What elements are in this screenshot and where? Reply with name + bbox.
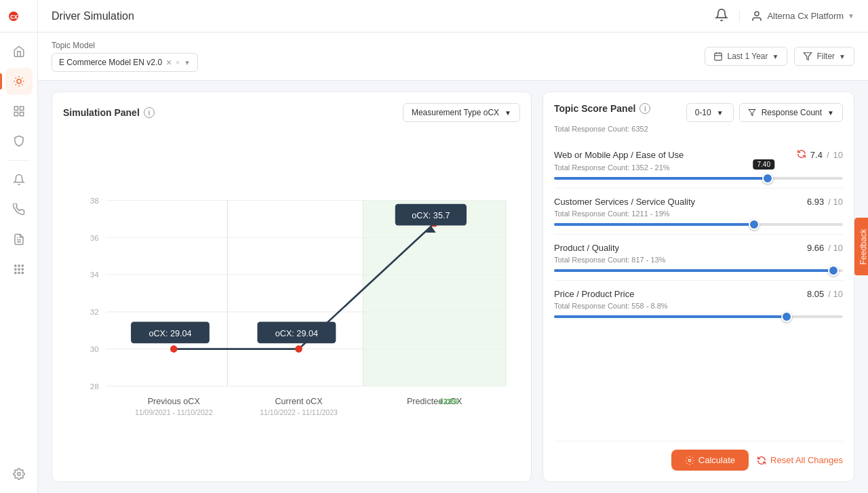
score-panel: Topic Score Panel i 0-10 ▼ Response Coun…	[542, 92, 854, 482]
simulation-panel: Simulation Panel i Measurement Type oCX …	[52, 92, 532, 482]
slider-thumb-2[interactable]	[828, 265, 839, 276]
sidebar-item-analytics[interactable]	[5, 68, 33, 95]
svg-rect-3	[14, 106, 18, 110]
svg-text:+23%: +23%	[439, 397, 459, 406]
main-content: Driver Simulation Alterna Cx Platform ▼ …	[38, 0, 868, 493]
content-area: Simulation Panel i Measurement Type oCX …	[38, 81, 868, 493]
calculate-button[interactable]: Calculate	[671, 450, 749, 471]
score-panel-header: Topic Score Panel i 0-10 ▼ Response Coun…	[554, 103, 843, 122]
measurement-dropdown-chevron: ▼	[505, 109, 511, 117]
score-item-sub-0: Total Response Count: 1352 - 21%	[554, 163, 843, 172]
calendar-icon	[713, 52, 723, 61]
score-item-reset-0[interactable]	[797, 149, 806, 161]
svg-text:oCX: 29.04: oCX: 29.04	[149, 329, 191, 338]
topic-tag-value: E Commerce Model EN v2.0	[59, 58, 162, 67]
svg-text:36: 36	[90, 234, 99, 242]
svg-point-11	[22, 265, 23, 267]
sidebar-item-settings[interactable]	[5, 460, 33, 488]
svg-point-16	[18, 272, 19, 273]
svg-point-10	[18, 265, 19, 267]
reset-button[interactable]: Reset All Changes	[757, 455, 843, 465]
svg-point-15	[14, 272, 16, 273]
feedback-tab[interactable]: Feedback	[855, 218, 868, 275]
sidebar: cx	[0, 0, 38, 493]
slider-badge-0: 7.40	[753, 159, 774, 170]
score-item-1: Customer Services / Service Quality 6.93…	[554, 189, 843, 235]
slider-fill-2	[554, 269, 833, 272]
sidebar-item-phone[interactable]	[5, 196, 33, 223]
slider-thumb-1[interactable]	[749, 219, 760, 230]
svg-point-55	[688, 459, 691, 462]
topic-tag-remove[interactable]: ×	[166, 57, 172, 68]
svg-marker-54	[749, 110, 755, 116]
simulation-chart: 38 36 34 32 30 28	[63, 130, 520, 471]
simulation-panel-header: Simulation Panel i Measurement Type oCX …	[63, 103, 520, 122]
sidebar-bottom	[5, 455, 33, 493]
svg-text:28: 28	[90, 382, 99, 391]
svg-point-13	[18, 269, 19, 270]
user-menu[interactable]: Alterna Cx Platform ▼	[739, 10, 854, 22]
filter-icon	[803, 52, 812, 61]
score-item-name-0: Web or Mobile App / Ease of Use	[554, 150, 684, 160]
sidebar-item-bell[interactable]	[5, 166, 33, 193]
svg-text:cx: cx	[10, 13, 18, 20]
slider-fill-3	[554, 315, 787, 318]
svg-rect-4	[20, 106, 23, 110]
topic-model-section: Topic Model E Commerce Model EN v2.0 × ×…	[52, 41, 198, 72]
svg-rect-6	[14, 113, 18, 116]
score-panel-info-icon[interactable]: i	[639, 103, 650, 114]
score-item-value-3: 8.05 / 10	[807, 289, 843, 299]
slider-track-0: 7.40	[554, 177, 843, 180]
slider-track-3	[554, 315, 843, 318]
sidebar-item-dashboard[interactable]	[5, 127, 33, 155]
slider-thumb-0[interactable]: 7.40	[762, 173, 773, 184]
simulation-title-text: Simulation Panel	[63, 107, 140, 118]
notification-bell[interactable]	[715, 8, 728, 24]
scale-dropdown[interactable]: 0-10 ▼	[686, 103, 734, 122]
date-range-button[interactable]: Last 1 Year ▼	[705, 47, 787, 66]
user-name: Alterna Cx Platform	[767, 11, 844, 21]
svg-text:11/10/2022 - 11/11/2023: 11/10/2022 - 11/11/2023	[260, 408, 338, 416]
svg-text:11/09/2021 - 11/10/2022: 11/09/2021 - 11/10/2022	[135, 408, 213, 416]
scale-value: 0-10	[695, 108, 711, 117]
score-footer: Calculate Reset All Changes	[554, 441, 843, 471]
svg-rect-20	[715, 53, 722, 60]
score-items-list: Web or Mobile App / Ease of Use 7.4 / 10…	[554, 141, 843, 433]
user-icon	[751, 10, 763, 22]
slider-thumb-3[interactable]	[781, 311, 792, 322]
svg-text:32: 32	[90, 308, 99, 316]
logo: cx	[0, 0, 38, 33]
simulation-info-icon[interactable]: i	[144, 107, 155, 118]
topic-tag: E Commerce Model EN v2.0 × × ▼	[52, 53, 198, 72]
score-item-name-3: Price / Product Price	[554, 289, 635, 299]
chart-dot-previous	[170, 345, 178, 353]
score-item-3: Price / Product Price 8.05 / 10 Total Re…	[554, 281, 843, 326]
topic-model-label: Topic Model	[52, 41, 198, 50]
calculate-icon	[685, 456, 694, 465]
svg-rect-5	[20, 113, 23, 116]
score-item-value-1: 6.93 / 10	[807, 197, 843, 207]
measurement-type-dropdown[interactable]: Measurement Type oCX ▼	[403, 103, 520, 122]
calculate-label: Calculate	[698, 455, 735, 465]
slider-fill-0	[554, 177, 768, 180]
sidebar-item-reports[interactable]	[5, 226, 33, 253]
date-range-label: Last 1 Year	[727, 52, 768, 61]
sidebar-item-apps[interactable]	[5, 256, 33, 283]
topic-tag-chevron[interactable]: ▼	[184, 59, 191, 66]
score-item-sub-2: Total Response Count: 817 - 13%	[554, 256, 843, 264]
measurement-type-label: Measurement Type oCX	[412, 108, 499, 117]
svg-point-18	[17, 473, 20, 476]
response-count-chevron: ▼	[827, 109, 834, 117]
response-count-label: Response Count	[762, 108, 822, 117]
reset-label: Reset All Changes	[770, 455, 843, 465]
filter-button[interactable]: Filter ▼	[794, 47, 854, 66]
svg-text:Previous oCX: Previous oCX	[148, 397, 201, 406]
score-panel-title-text: Topic Score Panel	[554, 103, 635, 114]
topic-tag-clear[interactable]: ×	[176, 59, 180, 66]
response-count-dropdown[interactable]: Response Count ▼	[739, 103, 843, 122]
sidebar-item-grid[interactable]	[5, 98, 33, 125]
score-item-value-0: 7.4 / 10	[810, 150, 843, 160]
sidebar-item-home[interactable]	[5, 38, 33, 65]
filter-chevron: ▼	[839, 53, 846, 60]
simulation-panel-title: Simulation Panel i	[63, 107, 155, 118]
